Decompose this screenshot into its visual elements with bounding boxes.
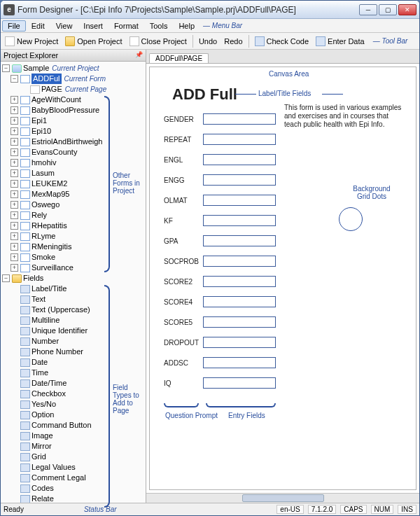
expander-icon[interactable]: + <box>10 169 18 177</box>
tree-form[interactable]: +EvansCounty <box>1 147 146 158</box>
tree-field-type[interactable]: Mirror <box>1 441 146 452</box>
form-field-row: ENGG <box>164 174 276 186</box>
pin-icon[interactable]: 📌 <box>135 51 143 60</box>
expander-icon[interactable]: − <box>10 75 18 83</box>
field-type-icon <box>20 379 30 388</box>
scrollbar-thumb[interactable] <box>242 494 324 502</box>
menu-help[interactable]: Help <box>173 20 200 32</box>
form-icon <box>20 127 30 136</box>
minimize-button[interactable]: ─ <box>359 4 377 15</box>
menu-tools[interactable]: Tools <box>144 20 174 32</box>
menu-edit[interactable]: Edit <box>26 20 50 32</box>
field-input[interactable] <box>203 174 276 186</box>
field-input[interactable] <box>203 256 276 267</box>
expander-icon[interactable]: + <box>10 148 18 156</box>
expander-icon[interactable]: + <box>10 138 18 146</box>
new-project-button[interactable]: New Project <box>4 36 59 47</box>
tree-field-type[interactable]: Codes <box>1 483 146 494</box>
tree-form[interactable]: +Surveillance <box>1 263 146 273</box>
expander-icon[interactable]: + <box>10 211 18 219</box>
tree-project[interactable]: −SampleCurrent Project <box>1 63 146 74</box>
check-code-button[interactable]: Check Code <box>253 36 311 47</box>
tree-form[interactable]: +EstriolAndBirthweigh <box>1 137 146 147</box>
field-input[interactable] <box>203 377 276 389</box>
field-input[interactable] <box>203 235 276 246</box>
redo-button[interactable]: Redo <box>223 36 244 46</box>
tree-field-type[interactable]: Relate <box>1 494 146 503</box>
tree-field-type[interactable]: Legal Values <box>1 462 146 473</box>
field-input[interactable] <box>203 276 276 287</box>
design-canvas[interactable]: Canvas Area ADD Full Label/Title Fields … <box>149 67 416 490</box>
expander-icon[interactable]: + <box>10 201 18 209</box>
tree-current-page[interactable]: PAGECurrent Page <box>1 84 146 95</box>
close-button[interactable]: ✕ <box>398 4 416 15</box>
tree-form[interactable]: +Epi1 <box>1 116 146 126</box>
page-tab[interactable]: ADDFull\PAGE <box>149 53 209 63</box>
tree-field-type[interactable]: Comment Legal <box>1 473 146 483</box>
tree-form[interactable]: +BabyBloodPressure <box>1 105 146 116</box>
field-input[interactable] <box>203 215 276 226</box>
tree-field-type[interactable]: Text (Uppercase) <box>1 305 146 315</box>
close-project-button[interactable]: Close Project <box>128 36 188 47</box>
tree-form[interactable]: +RMeningitis <box>1 242 146 252</box>
menu-insert[interactable]: Insert <box>78 20 108 32</box>
menu-file[interactable]: File <box>2 20 26 32</box>
tree-form[interactable]: +hmohiv <box>1 158 146 168</box>
tree-form[interactable]: +Rely <box>1 210 146 221</box>
expander-icon[interactable]: + <box>10 106 18 114</box>
field-input[interactable] <box>203 357 276 368</box>
open-project-button[interactable]: Open Project <box>64 36 123 47</box>
expander-icon[interactable]: + <box>10 159 18 167</box>
field-input[interactable] <box>203 296 276 307</box>
tree-form[interactable]: +Oswego <box>1 200 146 210</box>
expander-icon[interactable]: − <box>2 274 10 282</box>
expander-icon[interactable]: + <box>10 180 18 188</box>
maximize-button[interactable]: ▢ <box>379 4 397 15</box>
field-input[interactable] <box>203 134 276 145</box>
tree-form[interactable]: +RHepatitis <box>1 221 146 231</box>
expander-icon[interactable]: − <box>2 64 10 72</box>
form-description: This form is used in various examples an… <box>284 104 403 129</box>
form-icon <box>20 138 30 146</box>
tree-field-type[interactable]: Label/Title <box>1 284 146 294</box>
field-input[interactable] <box>203 316 276 328</box>
tree-field-type[interactable]: Image <box>1 431 146 441</box>
expander-icon[interactable]: + <box>10 253 18 261</box>
undo-button[interactable]: Undo <box>197 36 218 46</box>
horizontal-scrollbar[interactable] <box>146 493 419 503</box>
tree-field-type[interactable]: Date <box>1 357 146 368</box>
tree-form[interactable]: +Smoke <box>1 252 146 263</box>
tree-field-type[interactable]: Number <box>1 336 146 347</box>
expander-icon[interactable]: + <box>10 243 18 251</box>
enter-data-button[interactable]: Enter Data <box>314 36 366 47</box>
tree-field-type[interactable]: Time <box>1 368 146 378</box>
expander-icon[interactable]: + <box>10 264 18 272</box>
expander-icon[interactable]: + <box>10 190 18 198</box>
menu-view[interactable]: View <box>50 20 78 32</box>
expander-icon[interactable]: + <box>10 117 18 125</box>
expander-icon[interactable]: + <box>10 232 18 240</box>
form-icon <box>20 117 30 125</box>
field-input[interactable] <box>203 154 276 165</box>
tree-form[interactable]: +RLyme <box>1 231 146 242</box>
expander-icon[interactable]: + <box>10 222 18 230</box>
tree-fields[interactable]: −Fields <box>1 273 146 284</box>
field-input[interactable] <box>203 113 276 125</box>
menu-bar: File Edit View Insert Format Tools Help … <box>1 19 419 33</box>
tree-label: EvansCounty <box>31 147 77 158</box>
tree-field-type[interactable]: Command Button <box>1 420 146 431</box>
expander-icon[interactable]: + <box>10 127 18 135</box>
menu-format[interactable]: Format <box>108 20 144 32</box>
tree-field-type[interactable]: Text <box>1 294 146 305</box>
tree-field-type[interactable]: Multiline <box>1 315 146 326</box>
tree-view[interactable]: −SampleCurrent Project−ADDFulCurrent For… <box>1 62 146 503</box>
field-input[interactable] <box>203 337 276 348</box>
tree-field-type[interactable]: Phone Number <box>1 347 146 357</box>
tree-field-type[interactable]: Grid <box>1 452 146 462</box>
tree-field-type[interactable]: Unique Identifier <box>1 326 146 336</box>
field-input[interactable] <box>203 195 276 206</box>
tree-form[interactable]: +Epi10 <box>1 126 146 137</box>
expander-icon[interactable]: + <box>10 96 18 104</box>
tree-form[interactable]: +AgeWithCount <box>1 95 146 105</box>
tree-current-form[interactable]: −ADDFulCurrent Form <box>1 74 146 84</box>
